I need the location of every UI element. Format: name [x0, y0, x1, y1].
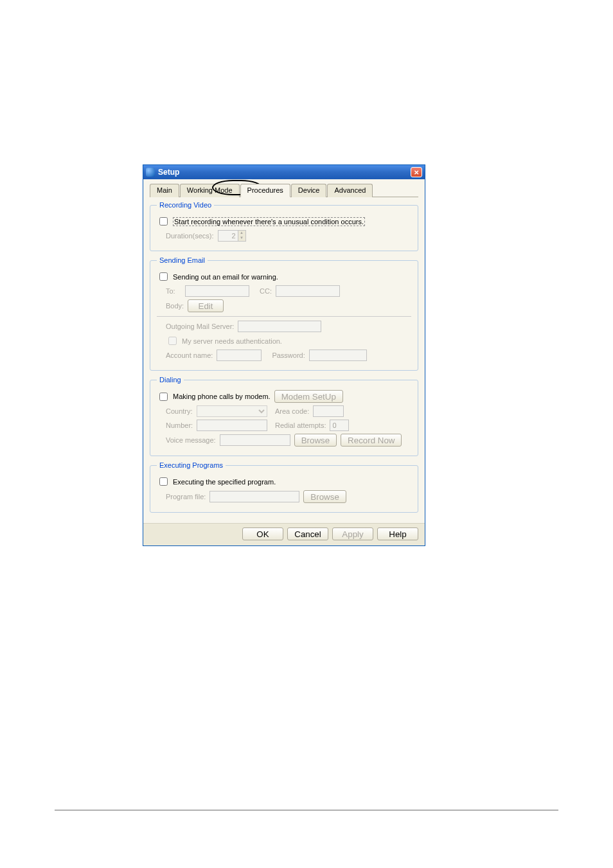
cc-label: CC:: [260, 287, 272, 295]
spinner-buttons[interactable]: ▲ ▼: [238, 231, 245, 241]
cancel-button[interactable]: Cancel: [287, 527, 328, 540]
to-field[interactable]: [185, 285, 249, 297]
help-button[interactable]: Help: [377, 527, 418, 540]
cb-executing-input[interactable]: [159, 477, 168, 486]
edit-body-button[interactable]: Edit: [188, 299, 224, 312]
tab-bar: Main Working Mode Procedures Device Adva…: [150, 183, 418, 197]
legend-dialing: Dialing: [157, 376, 184, 384]
number-label: Number:: [166, 421, 193, 429]
program-browse-button[interactable]: Browse: [303, 490, 346, 503]
number-field[interactable]: [197, 420, 267, 431]
cb-send-email-input[interactable]: [159, 272, 168, 281]
voice-message-field[interactable]: [220, 434, 290, 446]
group-sending-email: Sending Email Sending out an email for w…: [150, 256, 418, 371]
app-icon: [146, 168, 155, 177]
cb-send-email[interactable]: Sending out an email for warning.: [157, 270, 278, 283]
country-label: Country:: [166, 407, 193, 415]
outgoing-server-label: Outgoing Mail Server:: [166, 323, 234, 330]
duration-label: Duration(secs):: [166, 232, 214, 240]
password-field[interactable]: [309, 350, 367, 361]
body-label: Body:: [166, 302, 184, 310]
setup-window: Setup ✕ Main Working Mode Procedures Dev…: [143, 164, 425, 546]
account-label: Account name:: [166, 351, 213, 359]
separator: [157, 316, 411, 317]
program-file-field[interactable]: [209, 491, 299, 502]
dialing-browse-button[interactable]: Browse: [294, 434, 337, 447]
record-now-button[interactable]: Record Now: [341, 434, 402, 447]
tab-advanced[interactable]: Advanced: [327, 184, 373, 197]
program-file-label: Program file:: [166, 493, 206, 500]
legend-sending-email: Sending Email: [157, 256, 208, 264]
close-button[interactable]: ✕: [411, 167, 422, 177]
group-dialing: Dialing Making phone calls by modem. Mod…: [150, 376, 418, 456]
cb-start-recording[interactable]: Start recording whenever there's a unusu…: [157, 215, 365, 227]
cb-auth-label: My server needs authentication.: [182, 337, 282, 345]
cc-field[interactable]: [276, 285, 340, 297]
redial-label: Redial attempts:: [275, 421, 326, 429]
cb-dialing-label: Making phone calls by modem.: [173, 393, 271, 400]
tab-working-mode[interactable]: Working Mode: [180, 184, 240, 197]
ok-button[interactable]: OK: [242, 527, 283, 540]
cb-send-email-label: Sending out an email for warning.: [173, 273, 278, 281]
area-code-label: Area code:: [275, 407, 309, 415]
outgoing-server-field[interactable]: [238, 321, 321, 332]
password-label: Password:: [272, 351, 305, 359]
cb-dialing-input[interactable]: [159, 393, 168, 401]
page-footer-rule: [55, 810, 558, 811]
legend-recording-video: Recording Video: [157, 201, 214, 209]
tab-device[interactable]: Device: [291, 184, 327, 197]
dialog-footer: OK Cancel Apply Help: [143, 523, 425, 545]
area-code-field[interactable]: [313, 405, 344, 417]
titlebar: Setup ✕: [143, 165, 425, 179]
redial-field[interactable]: [330, 420, 349, 431]
account-field[interactable]: [217, 350, 262, 361]
close-icon: ✕: [414, 169, 419, 176]
apply-button[interactable]: Apply: [332, 527, 373, 540]
cb-dialing[interactable]: Making phone calls by modem.: [157, 391, 271, 403]
cb-auth-input[interactable]: [168, 337, 177, 345]
spinner-down-icon[interactable]: ▼: [238, 236, 245, 241]
duration-spinner[interactable]: ▲ ▼: [218, 230, 246, 242]
tab-main[interactable]: Main: [150, 184, 179, 197]
modem-setup-button[interactable]: Modem SetUp: [274, 390, 343, 403]
spinner-up-icon[interactable]: ▲: [238, 231, 245, 236]
cb-start-recording-label: Start recording whenever there's a unusu…: [173, 217, 365, 226]
to-label: To:: [166, 287, 181, 295]
cb-start-recording-input[interactable]: [159, 217, 168, 226]
group-recording-video: Recording Video Start recording whenever…: [150, 201, 418, 251]
group-executing-programs: Executing Programs Executing the specifi…: [150, 461, 418, 513]
country-select[interactable]: [197, 405, 267, 417]
cb-auth[interactable]: My server needs authentication.: [166, 335, 282, 347]
cb-executing[interactable]: Executing the specified program.: [157, 475, 276, 488]
window-title: Setup: [158, 168, 411, 177]
voice-message-label: Voice message:: [166, 436, 216, 444]
dialog-body: Main Working Mode Procedures Device Adva…: [143, 179, 425, 523]
cb-executing-label: Executing the specified program.: [173, 478, 276, 486]
tab-procedures[interactable]: Procedures: [240, 184, 290, 197]
duration-value[interactable]: [218, 231, 238, 241]
legend-executing: Executing Programs: [157, 461, 226, 469]
